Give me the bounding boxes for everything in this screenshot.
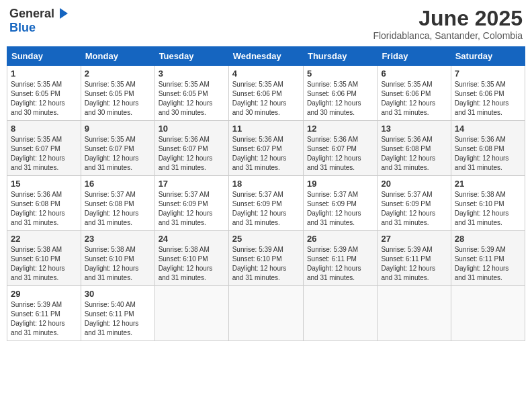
day-number: 1 bbox=[11, 68, 77, 79]
day-number: 28 bbox=[455, 234, 521, 244]
day-info: Sunrise: 5:40 AM Sunset: 6:11 PM Dayligh… bbox=[85, 300, 151, 338]
day-info: Sunrise: 5:35 AM Sunset: 6:06 PM Dayligh… bbox=[307, 80, 373, 118]
calendar-cell: 9 Sunrise: 5:35 AM Sunset: 6:07 PM Dayli… bbox=[81, 121, 154, 176]
calendar-cell: 28 Sunrise: 5:39 AM Sunset: 6:11 PM Dayl… bbox=[451, 231, 525, 286]
weekday-header-tuesday: Tuesday bbox=[154, 47, 228, 66]
day-info: Sunrise: 5:36 AM Sunset: 6:07 PM Dayligh… bbox=[232, 135, 300, 173]
day-info: Sunrise: 5:39 AM Sunset: 6:11 PM Dayligh… bbox=[455, 245, 521, 283]
weekday-header-saturday: Saturday bbox=[451, 47, 525, 66]
day-number: 27 bbox=[381, 234, 447, 244]
day-number: 20 bbox=[381, 179, 447, 189]
calendar-cell: 4 Sunrise: 5:35 AM Sunset: 6:06 PM Dayli… bbox=[228, 66, 303, 121]
logo-triangle-icon bbox=[56, 7, 69, 20]
day-info: Sunrise: 5:35 AM Sunset: 6:06 PM Dayligh… bbox=[455, 80, 521, 118]
day-number: 30 bbox=[85, 289, 151, 299]
calendar-week-row: 8 Sunrise: 5:35 AM Sunset: 6:07 PM Dayli… bbox=[7, 121, 525, 176]
day-number: 15 bbox=[11, 179, 77, 189]
weekday-header-thursday: Thursday bbox=[303, 47, 377, 66]
day-info: Sunrise: 5:37 AM Sunset: 6:08 PM Dayligh… bbox=[85, 190, 151, 228]
calendar-cell bbox=[303, 286, 377, 341]
calendar-cell: 18 Sunrise: 5:37 AM Sunset: 6:09 PM Dayl… bbox=[228, 176, 303, 231]
day-number: 7 bbox=[455, 68, 521, 79]
calendar-cell: 12 Sunrise: 5:36 AM Sunset: 6:07 PM Dayl… bbox=[303, 121, 377, 176]
day-number: 23 bbox=[85, 234, 151, 244]
calendar-cell: 25 Sunrise: 5:39 AM Sunset: 6:10 PM Dayl… bbox=[228, 231, 303, 286]
calendar-cell: 19 Sunrise: 5:37 AM Sunset: 6:09 PM Dayl… bbox=[303, 176, 377, 231]
day-number: 3 bbox=[159, 68, 225, 79]
calendar-cell: 23 Sunrise: 5:38 AM Sunset: 6:10 PM Dayl… bbox=[81, 231, 154, 286]
day-number: 19 bbox=[307, 179, 373, 189]
calendar-week-row: 22 Sunrise: 5:38 AM Sunset: 6:10 PM Dayl… bbox=[7, 231, 525, 286]
calendar-week-row: 29 Sunrise: 5:39 AM Sunset: 6:11 PM Dayl… bbox=[7, 286, 525, 341]
weekday-header-sunday: Sunday bbox=[7, 47, 81, 66]
calendar-cell: 1 Sunrise: 5:35 AM Sunset: 6:05 PM Dayli… bbox=[7, 66, 81, 121]
calendar-cell: 11 Sunrise: 5:36 AM Sunset: 6:07 PM Dayl… bbox=[228, 121, 303, 176]
day-number: 24 bbox=[159, 234, 225, 244]
calendar-cell: 10 Sunrise: 5:36 AM Sunset: 6:07 PM Dayl… bbox=[154, 121, 228, 176]
calendar-week-row: 1 Sunrise: 5:35 AM Sunset: 6:05 PM Dayli… bbox=[7, 66, 525, 121]
svg-marker-0 bbox=[60, 8, 68, 19]
day-info: Sunrise: 5:35 AM Sunset: 6:06 PM Dayligh… bbox=[232, 80, 300, 118]
day-info: Sunrise: 5:36 AM Sunset: 6:07 PM Dayligh… bbox=[159, 135, 225, 173]
calendar-cell: 21 Sunrise: 5:38 AM Sunset: 6:10 PM Dayl… bbox=[451, 176, 525, 231]
day-info: Sunrise: 5:35 AM Sunset: 6:06 PM Dayligh… bbox=[381, 80, 447, 118]
calendar-cell: 30 Sunrise: 5:40 AM Sunset: 6:11 PM Dayl… bbox=[81, 286, 154, 341]
day-info: Sunrise: 5:35 AM Sunset: 6:05 PM Dayligh… bbox=[11, 80, 77, 118]
day-number: 11 bbox=[232, 124, 300, 134]
logo-blue-text: Blue bbox=[9, 21, 36, 34]
day-number: 5 bbox=[307, 68, 373, 79]
day-info: Sunrise: 5:36 AM Sunset: 6:08 PM Dayligh… bbox=[11, 190, 77, 228]
day-info: Sunrise: 5:39 AM Sunset: 6:11 PM Dayligh… bbox=[307, 245, 373, 283]
calendar-cell bbox=[451, 286, 525, 341]
day-number: 2 bbox=[85, 68, 151, 79]
day-number: 25 bbox=[232, 234, 300, 244]
calendar-cell: 22 Sunrise: 5:38 AM Sunset: 6:10 PM Dayl… bbox=[7, 231, 81, 286]
location-title: Floridablanca, Santander, Colombia bbox=[373, 30, 523, 41]
day-info: Sunrise: 5:39 AM Sunset: 6:10 PM Dayligh… bbox=[232, 245, 300, 283]
calendar-cell: 27 Sunrise: 5:39 AM Sunset: 6:11 PM Dayl… bbox=[378, 231, 451, 286]
day-number: 6 bbox=[381, 68, 447, 79]
day-info: Sunrise: 5:37 AM Sunset: 6:09 PM Dayligh… bbox=[381, 190, 447, 228]
day-number: 13 bbox=[381, 124, 447, 134]
calendar-cell: 29 Sunrise: 5:39 AM Sunset: 6:11 PM Dayl… bbox=[7, 286, 81, 341]
day-info: Sunrise: 5:35 AM Sunset: 6:05 PM Dayligh… bbox=[159, 80, 225, 118]
weekday-header-wednesday: Wednesday bbox=[228, 47, 303, 66]
day-info: Sunrise: 5:36 AM Sunset: 6:08 PM Dayligh… bbox=[455, 135, 521, 173]
month-title: June 2025 bbox=[373, 7, 523, 30]
calendar-cell bbox=[378, 286, 451, 341]
day-info: Sunrise: 5:39 AM Sunset: 6:11 PM Dayligh… bbox=[381, 245, 447, 283]
day-info: Sunrise: 5:37 AM Sunset: 6:09 PM Dayligh… bbox=[159, 190, 225, 228]
day-number: 29 bbox=[11, 289, 77, 299]
day-number: 17 bbox=[159, 179, 225, 189]
calendar-cell: 24 Sunrise: 5:38 AM Sunset: 6:10 PM Dayl… bbox=[154, 231, 228, 286]
day-number: 9 bbox=[85, 124, 151, 134]
day-number: 16 bbox=[85, 179, 151, 189]
day-info: Sunrise: 5:38 AM Sunset: 6:10 PM Dayligh… bbox=[85, 245, 151, 283]
day-number: 21 bbox=[455, 179, 521, 189]
calendar-cell: 17 Sunrise: 5:37 AM Sunset: 6:09 PM Dayl… bbox=[154, 176, 228, 231]
calendar-cell: 14 Sunrise: 5:36 AM Sunset: 6:08 PM Dayl… bbox=[451, 121, 525, 176]
calendar-cell: 15 Sunrise: 5:36 AM Sunset: 6:08 PM Dayl… bbox=[7, 176, 81, 231]
calendar-week-row: 15 Sunrise: 5:36 AM Sunset: 6:08 PM Dayl… bbox=[7, 176, 525, 231]
day-number: 26 bbox=[307, 234, 373, 244]
day-info: Sunrise: 5:39 AM Sunset: 6:11 PM Dayligh… bbox=[11, 300, 77, 338]
logo: General Blue bbox=[9, 7, 69, 35]
day-info: Sunrise: 5:35 AM Sunset: 6:07 PM Dayligh… bbox=[11, 135, 77, 173]
calendar-cell: 26 Sunrise: 5:39 AM Sunset: 6:11 PM Dayl… bbox=[303, 231, 377, 286]
day-number: 18 bbox=[232, 179, 300, 189]
day-info: Sunrise: 5:35 AM Sunset: 6:07 PM Dayligh… bbox=[85, 135, 151, 173]
calendar-cell: 3 Sunrise: 5:35 AM Sunset: 6:05 PM Dayli… bbox=[154, 66, 228, 121]
calendar-table: SundayMondayTuesdayWednesdayThursdayFrid… bbox=[7, 46, 525, 341]
day-number: 4 bbox=[232, 68, 300, 79]
day-number: 8 bbox=[11, 124, 77, 134]
day-info: Sunrise: 5:38 AM Sunset: 6:10 PM Dayligh… bbox=[159, 245, 225, 283]
day-info: Sunrise: 5:36 AM Sunset: 6:08 PM Dayligh… bbox=[381, 135, 447, 173]
calendar-cell: 16 Sunrise: 5:37 AM Sunset: 6:08 PM Dayl… bbox=[81, 176, 154, 231]
day-number: 10 bbox=[159, 124, 225, 134]
calendar-cell: 8 Sunrise: 5:35 AM Sunset: 6:07 PM Dayli… bbox=[7, 121, 81, 176]
calendar-cell: 6 Sunrise: 5:35 AM Sunset: 6:06 PM Dayli… bbox=[378, 66, 451, 121]
logo-general-text: General bbox=[9, 7, 54, 21]
weekday-header-friday: Friday bbox=[378, 47, 451, 66]
calendar-cell bbox=[154, 286, 228, 341]
day-info: Sunrise: 5:38 AM Sunset: 6:10 PM Dayligh… bbox=[455, 190, 521, 228]
